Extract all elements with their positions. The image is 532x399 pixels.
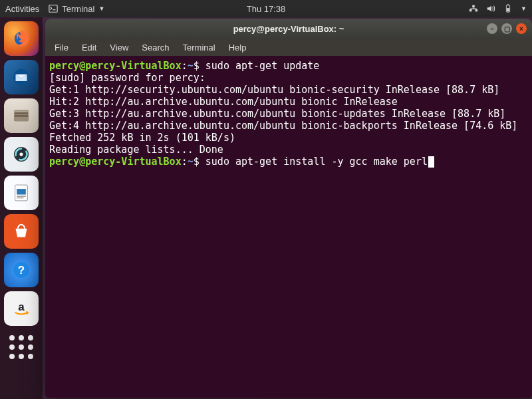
svg-rect-1: [469, 9, 472, 12]
svg-rect-0: [49, 5, 57, 13]
menu-file[interactable]: File: [49, 41, 74, 54]
window-maximize-button[interactable]: ▢: [501, 23, 512, 34]
svg-rect-11: [15, 112, 28, 114]
activities-button[interactable]: Activities: [5, 4, 39, 14]
terminal-cursor: [428, 156, 434, 168]
launcher-app-help[interactable]: ?: [4, 253, 39, 287]
svg-rect-6: [507, 8, 509, 11]
prompt-path: ~: [188, 60, 194, 72]
network-icon[interactable]: [469, 4, 478, 13]
chevron-down-icon: ▼: [98, 5, 104, 12]
terminal-icon: [49, 4, 58, 13]
svg-text:a: a: [18, 301, 25, 313]
menu-view[interactable]: View: [104, 41, 134, 54]
prompt-user: percy@percy-VirtualBox: [49, 60, 182, 72]
output-line: Fetched 252 kB in 2s (101 kB/s): [49, 132, 235, 144]
battery-icon[interactable]: [503, 4, 513, 13]
svg-text:?: ?: [18, 264, 25, 277]
launcher-app-thunderbird[interactable]: [4, 60, 39, 94]
launcher-dock: ? a: [0, 17, 43, 399]
svg-rect-12: [15, 115, 28, 117]
menu-terminal[interactable]: Terminal: [178, 41, 221, 54]
top-panel: Activities Terminal ▼ Thu 17:38 ▼: [0, 0, 532, 17]
output-line: [sudo] password for percy:: [49, 72, 205, 84]
launcher-show-apps[interactable]: [4, 330, 39, 364]
menu-edit[interactable]: Edit: [76, 41, 102, 54]
menu-help[interactable]: Help: [223, 41, 252, 54]
output-line: Reading package lists... Done: [49, 144, 223, 156]
system-menu-chevron-icon[interactable]: ▼: [521, 5, 527, 12]
output-line: Get:1 http://security.ubuntu.com/ubuntu …: [49, 84, 499, 96]
prompt-user: percy@percy-VirtualBox: [49, 156, 182, 168]
active-app-label: Terminal: [62, 4, 94, 14]
launcher-app-files[interactable]: [4, 98, 39, 133]
launcher-app-rhythmbox[interactable]: [4, 137, 39, 172]
launcher-app-firefox[interactable]: [4, 21, 39, 56]
window-menubar: File Edit View Search Terminal Help: [45, 39, 532, 56]
window-minimize-button[interactable]: –: [487, 23, 497, 34]
window-titlebar[interactable]: percy@percy-VirtualBox: ~ – ▢ ×: [45, 19, 532, 39]
svg-rect-2: [475, 9, 478, 12]
apps-grid-icon: [9, 335, 33, 359]
svg-rect-5: [507, 4, 509, 5]
output-line: Get:4 http://au.archive.ubuntu.com/ubunt…: [49, 120, 517, 132]
launcher-app-writer[interactable]: [4, 176, 39, 210]
svg-point-15: [19, 152, 23, 156]
launcher-app-software[interactable]: [4, 214, 39, 249]
svg-rect-3: [472, 5, 475, 8]
output-line: Get:3 http://au.archive.ubuntu.com/ubunt…: [49, 108, 505, 120]
menu-search[interactable]: Search: [136, 41, 174, 54]
clock[interactable]: Thu 17:38: [247, 4, 286, 14]
window-close-button[interactable]: ×: [516, 23, 527, 34]
terminal-window: percy@percy-VirtualBox: ~ – ▢ × File Edi…: [45, 19, 532, 398]
terminal-output[interactable]: percy@percy-VirtualBox:~$ sudo apt-get u…: [45, 56, 532, 398]
command-2: sudo apt-get install -y gcc make perl: [205, 156, 428, 168]
active-app-menu[interactable]: Terminal ▼: [49, 4, 104, 14]
volume-icon[interactable]: [486, 4, 495, 13]
svg-rect-17: [17, 189, 26, 195]
launcher-app-amazon[interactable]: a: [4, 291, 39, 326]
output-line: Hit:2 http://au.archive.ubuntu.com/ubunt…: [49, 96, 398, 108]
command-1: sudo apt-get update: [205, 60, 320, 72]
prompt-path: ~: [188, 156, 194, 168]
window-title: percy@percy-VirtualBox: ~: [233, 24, 344, 34]
